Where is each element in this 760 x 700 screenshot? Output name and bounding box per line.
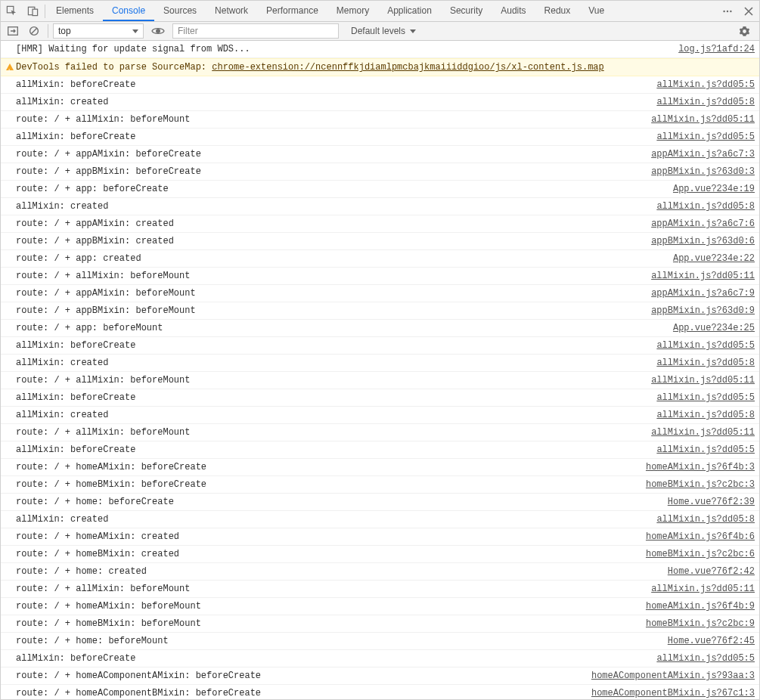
console-settings-icon[interactable] [735,22,753,40]
message-source-link[interactable]: appAMixin.js?a6c7:6 [651,217,755,231]
message-text: route: / + homeAComponentAMixin: beforeC… [16,669,582,683]
filter-input[interactable] [172,23,339,39]
close-devtools-icon[interactable] [738,1,759,22]
message-source-link[interactable]: allMixin.js?dd05:11 [651,426,755,439]
tab-console[interactable]: Console [103,1,154,21]
message-source-link[interactable]: allMixin.js?dd05:8 [656,200,755,213]
message-text: route: / + homeBMixin: created [16,547,637,561]
message-source-link[interactable]: Home.vue?76f2:39 [668,495,755,509]
live-expression-icon[interactable] [148,22,168,40]
message-source-link[interactable]: homeAComponentAMixin.js?93aa:3 [591,669,755,683]
more-tabs-icon[interactable] [717,1,738,22]
message-source-link[interactable]: appBMixin.js?63d0:9 [651,304,755,317]
device-toolbar-icon[interactable] [22,1,43,22]
message-source-link[interactable]: allMixin.js?dd05:8 [656,356,755,370]
message-source-link[interactable]: allMixin.js?dd05:5 [656,339,755,352]
tab-security[interactable]: Security [441,1,492,21]
message-source-link[interactable]: allMixin.js?dd05:5 [656,130,755,144]
warning-icon [4,60,16,70]
message-source-link[interactable]: App.vue?234e:19 [673,182,755,196]
log-levels-select[interactable]: Default levels [345,23,422,39]
message-source-link[interactable]: allMixin.js?dd05:11 [651,582,755,596]
panel-tabs: ElementsConsoleSourcesNetworkPerformance… [47,1,613,21]
message-source-link[interactable]: Home.vue?76f2:45 [668,634,755,648]
clear-console-icon[interactable] [25,22,43,40]
message-text: route: / + allMixin: beforeMount [16,582,642,596]
message-text: route: / + allMixin: beforeMount [16,373,642,387]
message-text: route: / + homeBMixin: beforeMount [16,617,637,630]
message-source-link[interactable]: appBMixin.js?63d0:6 [651,234,755,248]
message-text: route: / + appAMixin: beforeCreate [16,147,642,161]
tab-elements[interactable]: Elements [47,1,103,21]
message-text: [HMR] Waiting for update signal from WDS… [16,42,669,56]
separator [45,5,45,18]
console-message: route: / + app: beforeCreateApp.vue?234e… [1,181,759,198]
gutter [4,356,16,357]
console-message: allMixin: createdallMixin.js?dd05:8 [1,511,759,528]
gutter [4,182,16,183]
svg-point-3 [723,10,724,11]
message-source-link[interactable]: homeBMixin.js?c2bc:9 [646,617,755,630]
message-source-link[interactable]: homeAMixin.js?6f4b:3 [646,460,755,474]
message-text: route: / + appAMixin: created [16,217,642,231]
tab-network[interactable]: Network [206,1,257,21]
message-text: DevTools failed to parse SourceMap: chro… [16,60,755,74]
console-message: route: / + appAMixin: beforeMountappAMix… [1,285,759,302]
execution-context-select[interactable]: top [53,23,144,39]
gutter [4,234,16,235]
message-source-link[interactable]: log.js?1afd:24 [678,42,755,56]
message-source-link[interactable]: homeBMixin.js?c2bc:3 [646,478,755,491]
message-source-link[interactable]: allMixin.js?dd05:8 [656,513,755,526]
tab-application[interactable]: Application [378,1,441,21]
message-source-link[interactable]: App.vue?234e:25 [673,321,755,335]
message-source-link[interactable]: homeBMixin.js?c2bc:6 [646,547,755,561]
tab-audits[interactable]: Audits [492,1,535,21]
message-source-link[interactable]: allMixin.js?dd05:8 [656,95,755,109]
gutter [4,495,16,496]
console-message: allMixin: beforeCreateallMixin.js?dd05:5 [1,389,759,407]
message-source-link[interactable]: homeAMixin.js?6f4b:6 [646,530,755,544]
message-text: allMixin: created [16,408,647,422]
gutter [4,130,16,131]
console-message: allMixin: createdallMixin.js?dd05:8 [1,355,759,372]
tab-sources[interactable]: Sources [154,1,206,21]
message-source-link[interactable]: appAMixin.js?a6c7:3 [651,147,755,161]
message-source-link[interactable]: allMixin.js?dd05:11 [651,113,755,126]
tab-redux[interactable]: Redux [535,1,580,21]
console-message: route: / + appAMixin: beforeCreateappAMi… [1,146,759,163]
message-source-link[interactable]: allMixin.js?dd05:5 [656,652,755,665]
message-source-link[interactable]: appBMixin.js?63d0:3 [651,165,755,178]
gutter [4,287,16,287]
sourcemap-link[interactable]: chrome-extension://ncennffkjdiamlpmcbajk… [212,62,603,73]
message-text: route: / + home: beforeCreate [16,495,659,509]
gutter [4,252,16,252]
tab-performance[interactable]: Performance [257,1,327,21]
message-source-link[interactable]: allMixin.js?dd05:8 [656,408,755,422]
console-message: route: / + home: beforeCreateHome.vue?76… [1,494,759,511]
message-source-link[interactable]: allMixin.js?dd05:5 [656,78,755,91]
inspect-element-icon[interactable] [1,1,22,22]
tab-memory[interactable]: Memory [327,1,378,21]
console-message: route: / + homeAMixin: beforeMounthomeAM… [1,598,759,615]
toggle-sidebar-icon[interactable] [4,22,22,40]
message-source-link[interactable]: homeAComponentBMixin.js?67c1:3 [591,686,755,699]
message-source-link[interactable]: allMixin.js?dd05:5 [656,443,755,457]
message-source-link[interactable]: allMixin.js?dd05:11 [651,373,755,387]
message-source-link[interactable]: allMixin.js?dd05:5 [656,391,755,404]
message-text: route: / + home: beforeMount [16,634,659,648]
message-text: allMixin: created [16,200,647,213]
message-source-link[interactable]: Home.vue?76f2:42 [668,565,755,578]
console-message: route: / + homeBMixin: beforeCreatehomeB… [1,476,759,494]
gutter [4,443,16,444]
message-source-link[interactable]: allMixin.js?dd05:11 [651,269,755,283]
context-label: top [58,26,71,36]
tab-vue[interactable]: Vue [579,1,613,21]
message-source-link[interactable]: homeAMixin.js?6f4b:9 [646,599,755,613]
message-source-link[interactable]: appAMixin.js?a6c7:9 [651,287,755,300]
message-text: route: / + allMixin: beforeMount [16,426,642,439]
gutter [4,547,16,548]
message-source-link[interactable]: App.vue?234e:22 [673,252,755,265]
console-message: route: / + home: beforeMountHome.vue?76f… [1,633,759,650]
console-messages[interactable]: [HMR] Waiting for update signal from WDS… [1,41,759,699]
gutter [4,95,16,96]
